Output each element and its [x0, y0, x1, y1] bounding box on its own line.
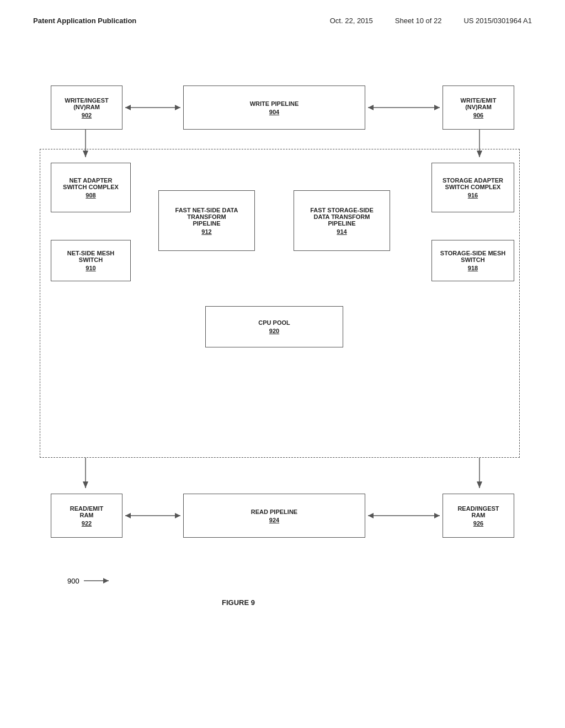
- arrow-922-924: [122, 510, 183, 521]
- svg-marker-11: [83, 481, 88, 488]
- sheet-label: Sheet 10 of 22: [395, 17, 442, 25]
- svg-marker-19: [434, 513, 440, 518]
- box-922: READ/EMITRAM 922: [51, 494, 122, 538]
- svg-marker-21: [103, 578, 109, 584]
- arrow-924-926: [365, 510, 443, 521]
- publication-label: Patent Application Publication: [33, 17, 136, 25]
- ref-900: 900: [67, 576, 111, 585]
- box-912: FAST NET-SIDE DATATRANSFORMPIPELINE 912: [158, 190, 255, 251]
- ref-arrow: [84, 576, 111, 585]
- svg-marker-13: [477, 481, 482, 488]
- box-920: CPU POOL 920: [205, 306, 343, 347]
- arrow-right-down: [474, 458, 485, 491]
- arrow-left-down: [80, 458, 91, 491]
- box-902: WRITE/INGEST(NV)RAM 902: [51, 85, 122, 130]
- date-label: Oct. 22, 2015: [330, 17, 373, 25]
- svg-marker-5: [434, 105, 440, 110]
- box-914: FAST STORAGE-SIDEDATA TRANSFORMPIPELINE …: [294, 190, 390, 251]
- box-916: STORAGE ADAPTERSWITCH COMPLEX 916: [431, 163, 514, 212]
- arrow-906-down: [474, 130, 485, 160]
- svg-marker-7: [83, 151, 88, 157]
- figure-label: FIGURE 9: [222, 598, 255, 607]
- box-906: WRITE/EMIT(NV)RAM 906: [443, 85, 514, 130]
- svg-marker-2: [175, 105, 180, 110]
- box-926: READ/INGESTRAM 926: [443, 494, 514, 538]
- arrow-902-904: [122, 102, 183, 113]
- svg-marker-16: [175, 513, 180, 518]
- svg-marker-18: [368, 513, 374, 518]
- box-904: WRITE PIPELINE 904: [183, 85, 365, 130]
- box-910: NET-SIDE MESHSWITCH 910: [51, 240, 131, 281]
- page: Patent Application Publication Oct. 22, …: [0, 0, 565, 728]
- svg-marker-15: [125, 513, 131, 518]
- box-908: NET ADAPTERSWITCH COMPLEX 908: [51, 163, 131, 212]
- patent-label: US 2015/0301964 A1: [463, 17, 532, 25]
- box-924: READ PIPELINE 924: [183, 494, 365, 538]
- svg-marker-4: [368, 105, 374, 110]
- svg-marker-9: [477, 151, 482, 157]
- arrow-902-down: [80, 130, 91, 160]
- svg-marker-1: [125, 105, 131, 110]
- arrow-904-906: [365, 102, 443, 113]
- box-918: STORAGE-SIDE MESHSWITCH 918: [431, 240, 514, 281]
- page-header: Patent Application Publication Oct. 22, …: [33, 17, 532, 25]
